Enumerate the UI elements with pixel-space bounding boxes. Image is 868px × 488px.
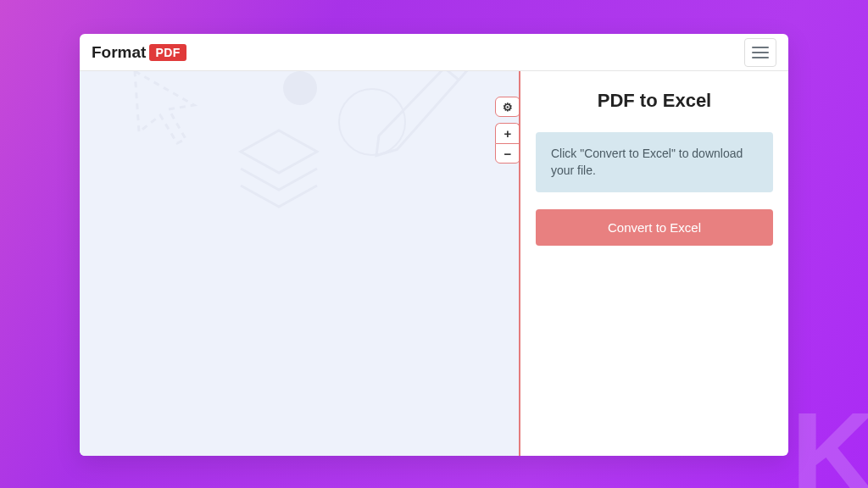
menu-button[interactable] bbox=[744, 38, 776, 67]
app-window: Format PDF ⚙ bbox=[80, 34, 788, 456]
logo-text: Format bbox=[92, 43, 146, 62]
zoom-controls: + − bbox=[495, 123, 520, 164]
hamburger-icon bbox=[752, 47, 769, 48]
logo-badge: PDF bbox=[149, 44, 186, 61]
settings-button[interactable]: ⚙ bbox=[495, 97, 520, 117]
panel-title: PDF to Excel bbox=[536, 90, 773, 112]
info-message: Click "Convert to Excel" to download you… bbox=[536, 132, 773, 192]
layers-icon bbox=[232, 122, 326, 224]
decoration-dot bbox=[283, 71, 317, 105]
convert-button[interactable]: Convert to Excel bbox=[536, 209, 773, 246]
main-body: ⚙ + − PDF to Excel Click "Convert to Exc… bbox=[80, 71, 788, 456]
pencil-icon bbox=[355, 71, 482, 161]
zoom-out-button[interactable]: − bbox=[495, 143, 520, 164]
watermark-letter: K bbox=[791, 395, 868, 488]
preview-canvas[interactable]: ⚙ + − bbox=[80, 71, 520, 456]
cursor-arrow-icon bbox=[118, 71, 220, 156]
header: Format PDF bbox=[80, 34, 788, 71]
logo[interactable]: Format PDF bbox=[92, 43, 186, 62]
gear-icon: ⚙ bbox=[503, 102, 513, 113]
side-panel: PDF to Excel Click "Convert to Excel" to… bbox=[520, 71, 788, 456]
canvas-toolbar: ⚙ + − bbox=[495, 97, 520, 164]
zoom-in-button[interactable]: + bbox=[495, 123, 520, 143]
